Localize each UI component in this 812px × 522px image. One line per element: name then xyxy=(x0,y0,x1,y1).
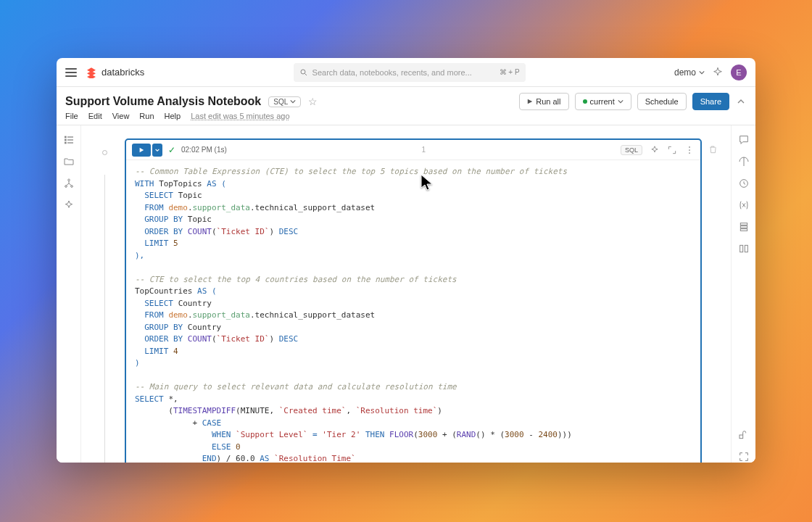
assistant-sparkle-icon[interactable] xyxy=(712,67,724,78)
workspace-name: demo xyxy=(674,67,696,78)
t: 3000 xyxy=(418,430,438,439)
t: THEN xyxy=(365,430,385,439)
favorite-star-icon[interactable]: ☆ xyxy=(308,96,318,107)
t: demo xyxy=(168,310,188,320)
schema-icon[interactable] xyxy=(63,178,75,189)
schedule-label: Schedule xyxy=(645,97,679,106)
schedule-button[interactable]: Schedule xyxy=(637,93,687,110)
user-avatar[interactable]: E xyxy=(731,65,747,80)
play-icon xyxy=(527,99,533,104)
svg-rect-5 xyxy=(67,139,73,140)
t: `Ticket ID` xyxy=(217,334,270,344)
svg-rect-18 xyxy=(740,245,742,252)
brand-logo[interactable]: databricks xyxy=(86,67,144,78)
delete-cell-icon[interactable] xyxy=(708,144,718,154)
chevron-down-icon xyxy=(699,70,705,75)
cluster-status-dot xyxy=(583,99,587,104)
notebook-language-pill[interactable]: SQL xyxy=(268,96,301,107)
workspace-dropdown[interactable]: demo xyxy=(674,67,705,78)
cell-language-pill[interactable]: SQL xyxy=(621,145,642,155)
catalog-icon[interactable] xyxy=(738,221,750,233)
svg-point-12 xyxy=(689,149,690,151)
search-placeholder: Search data, notebooks, recents, and mor… xyxy=(312,68,472,77)
language-label: SQL xyxy=(273,98,288,106)
svg-point-0 xyxy=(301,70,305,74)
comments-icon[interactable] xyxy=(738,134,750,146)
t: demo xyxy=(168,203,188,212)
t: TopTopics xyxy=(159,179,202,188)
code-line: -- CTE to select the top 4 countries bas… xyxy=(135,275,457,284)
last-edit-info[interactable]: Last edit was 5 minutes ago xyxy=(191,112,289,120)
t: `Resolution Time` xyxy=(274,454,356,463)
t: `Created time` xyxy=(279,406,347,415)
collapse-header-icon[interactable] xyxy=(735,96,747,107)
t: CASE xyxy=(202,418,222,428)
search-shortcut: ⌘ + P xyxy=(500,68,520,76)
t: DESC xyxy=(279,227,299,236)
run-all-button[interactable]: Run all xyxy=(519,93,568,110)
menu-view[interactable]: View xyxy=(112,112,130,120)
t: 4 xyxy=(173,347,178,356)
t: ) xyxy=(135,358,140,368)
t: support_data xyxy=(193,310,250,320)
cell-kebab-menu-icon[interactable] xyxy=(684,145,695,155)
svg-point-8 xyxy=(67,179,70,181)
t: `Support Level` xyxy=(236,430,307,439)
t: Country xyxy=(188,323,221,332)
t: ORDER BY xyxy=(144,227,183,236)
share-button[interactable]: Share xyxy=(692,93,729,110)
svg-rect-7 xyxy=(67,142,73,143)
svg-rect-15 xyxy=(740,223,747,225)
code-editor[interactable]: -- Common Table Expression (CTE) to sele… xyxy=(126,160,700,463)
databricks-icon xyxy=(86,67,97,78)
t: FLOOR xyxy=(389,430,413,439)
cell-number: 1 xyxy=(422,146,426,154)
menu-edit[interactable]: Edit xyxy=(88,112,102,120)
history-icon[interactable] xyxy=(738,178,750,189)
play-icon xyxy=(138,147,144,153)
chevron-down-icon xyxy=(618,99,624,104)
t: ELSE xyxy=(212,442,231,452)
t: technical_support_dataset xyxy=(255,310,376,320)
hamburger-menu[interactable] xyxy=(65,68,77,77)
folder-icon[interactable] xyxy=(63,156,75,167)
t: GROUP BY xyxy=(144,215,183,224)
menu-file[interactable]: File xyxy=(65,112,78,120)
t: GROUP BY xyxy=(144,323,183,332)
t: 2400 xyxy=(538,430,558,439)
variables-icon[interactable] xyxy=(738,199,750,211)
svg-rect-4 xyxy=(65,139,67,141)
t: 5 xyxy=(173,239,178,248)
svg-point-9 xyxy=(65,186,67,188)
menu-run[interactable]: Run xyxy=(139,112,154,120)
t: SELECT xyxy=(144,191,173,200)
menu-help[interactable]: Help xyxy=(165,112,181,120)
keyboard-shortcuts-icon[interactable] xyxy=(738,429,750,441)
run-cell-button[interactable] xyxy=(132,144,151,157)
t: Topic xyxy=(188,215,212,224)
global-search[interactable]: Search data, notebooks, recents, and mor… xyxy=(294,63,526,82)
sparkle-icon[interactable] xyxy=(63,199,75,211)
t: 0 xyxy=(236,442,241,452)
toc-icon[interactable] xyxy=(63,134,75,146)
run-options-dropdown[interactable] xyxy=(152,144,162,157)
code-cell[interactable]: ✓ 02:02 PM (1s) 1 SQL -- Common Table Ex… xyxy=(125,138,702,463)
mlflow-icon[interactable] xyxy=(738,156,750,167)
t: TopCountries xyxy=(135,286,192,296)
t: COUNT xyxy=(188,227,212,236)
exit-focus-icon[interactable] xyxy=(738,451,750,463)
avatar-initial: E xyxy=(736,68,741,77)
ai-sparkle-icon[interactable] xyxy=(650,145,660,155)
svg-rect-20 xyxy=(740,435,743,439)
environments-icon[interactable] xyxy=(738,243,750,254)
t: 3000 xyxy=(505,430,524,439)
expand-icon[interactable] xyxy=(667,145,677,155)
t: SELECT xyxy=(144,299,173,308)
notebook-title[interactable]: Support Volume Analysis Notebook xyxy=(65,95,261,108)
t: Topic xyxy=(178,191,202,200)
svg-rect-17 xyxy=(740,229,747,231)
t: AS xyxy=(197,286,207,296)
t: FROM xyxy=(144,310,164,320)
cluster-dropdown[interactable]: current xyxy=(575,93,631,110)
t: ( xyxy=(221,179,226,188)
